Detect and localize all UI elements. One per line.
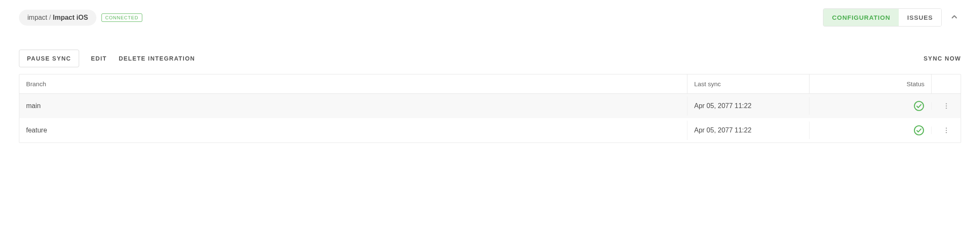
table-header: Branch Last sync Status — [19, 74, 961, 94]
delete-integration-button[interactable]: DELETE INTEGRATION — [119, 55, 195, 62]
column-header-branch: Branch — [19, 74, 687, 93]
actions-row: PAUSE SYNC EDIT DELETE INTEGRATION SYNC … — [19, 50, 961, 67]
check-circle-icon — [913, 125, 924, 136]
edit-button[interactable]: EDIT — [91, 55, 107, 62]
cell-last-sync: Apr 05, 2077 11:22 — [687, 96, 809, 116]
chevron-up-icon — [950, 13, 959, 21]
header: impact / Impact iOS CONNECTED CONFIGURAT… — [19, 8, 961, 26]
breadcrumb-project: Impact iOS — [53, 14, 88, 21]
tab-configuration[interactable]: CONFIGURATION — [823, 9, 899, 26]
table-body: main Apr 05, 2077 11:22 feature Apr 05, … — [19, 94, 961, 143]
column-header-last-sync: Last sync — [687, 74, 809, 93]
column-header-status: Status — [809, 74, 931, 93]
cell-menu — [931, 127, 961, 134]
more-vertical-icon[interactable] — [943, 102, 950, 110]
tab-group: CONFIGURATION ISSUES — [823, 8, 942, 26]
collapse-button[interactable] — [948, 10, 961, 25]
tab-issues[interactable]: ISSUES — [899, 9, 941, 26]
svg-point-1 — [945, 103, 947, 104]
check-circle-icon — [913, 100, 924, 111]
pause-sync-button[interactable]: PAUSE SYNC — [19, 50, 79, 67]
sync-now-button[interactable]: SYNC NOW — [924, 55, 961, 62]
breadcrumb[interactable]: impact / Impact iOS — [19, 10, 96, 26]
cell-branch: main — [19, 96, 687, 116]
svg-point-5 — [945, 127, 947, 129]
breadcrumb-org: impact — [27, 14, 47, 21]
svg-point-3 — [945, 108, 947, 109]
svg-point-0 — [914, 101, 924, 111]
branches-table: Branch Last sync Status main Apr 05, 207… — [19, 74, 961, 143]
svg-point-4 — [914, 126, 924, 135]
status-badge: CONNECTED — [101, 13, 142, 22]
cell-last-sync: Apr 05, 2077 11:22 — [687, 121, 809, 140]
svg-point-6 — [945, 130, 947, 131]
actions-left: PAUSE SYNC EDIT DELETE INTEGRATION — [19, 50, 195, 67]
cell-status — [809, 97, 931, 115]
cell-status — [809, 122, 931, 139]
svg-point-7 — [945, 132, 947, 133]
column-header-menu — [931, 74, 961, 93]
cell-branch: feature — [19, 121, 687, 140]
more-vertical-icon[interactable] — [943, 127, 950, 134]
cell-menu — [931, 102, 961, 110]
svg-point-2 — [945, 106, 947, 107]
header-left: impact / Impact iOS CONNECTED — [19, 10, 142, 26]
header-right: CONFIGURATION ISSUES — [823, 8, 961, 26]
table-row: main Apr 05, 2077 11:22 — [19, 94, 961, 118]
table-row: feature Apr 05, 2077 11:22 — [19, 118, 961, 143]
